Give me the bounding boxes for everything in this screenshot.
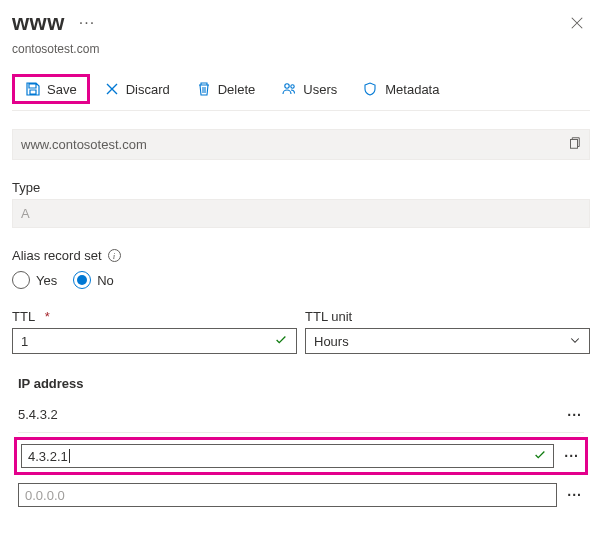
svg-point-1 (291, 85, 294, 88)
ttl-input[interactable]: 1 (12, 328, 297, 354)
record-set-panel: www ··· contosotest.com Save Discard Del… (0, 0, 602, 541)
ip-input[interactable]: 4.3.2.1 (21, 444, 554, 468)
discard-label: Discard (126, 82, 170, 97)
users-button[interactable]: Users (269, 75, 349, 103)
save-icon (25, 81, 41, 97)
copy-fqdn-button[interactable] (567, 136, 581, 153)
users-icon (281, 81, 297, 97)
title-group: www ··· (12, 10, 99, 36)
radio-circle-icon (12, 271, 30, 289)
discard-icon (104, 81, 120, 97)
check-icon (533, 448, 547, 465)
fqdn-value: www.contosotest.com (21, 137, 147, 152)
alias-radio-group: Yes No (12, 271, 590, 289)
alias-yes-label: Yes (36, 273, 57, 288)
ttl-unit-col: TTL unit Hours (305, 309, 590, 354)
record-title: www (12, 10, 65, 36)
close-button[interactable] (564, 10, 590, 40)
ttl-label: TTL * (12, 309, 297, 324)
panel-header: www ··· (12, 10, 590, 40)
save-button[interactable]: Save (12, 74, 90, 104)
ttl-col: TTL * 1 (12, 309, 297, 354)
command-bar: Save Discard Delete Users Metadata (12, 74, 590, 111)
alias-yes-radio[interactable]: Yes (12, 271, 57, 289)
ip-row-editing: 4.3.2.1 ··· (14, 437, 588, 475)
ip-header: IP address (18, 376, 584, 391)
row-menu-button[interactable]: ··· (562, 448, 581, 464)
alias-no-label: No (97, 273, 114, 288)
chevron-down-icon (569, 334, 581, 349)
row-menu-button[interactable]: ··· (565, 487, 584, 503)
ttl-row: TTL * 1 TTL unit Hours (12, 309, 590, 354)
ttl-unit-select[interactable]: Hours (305, 328, 590, 354)
alias-label-text: Alias record set (12, 248, 102, 263)
save-label: Save (47, 82, 77, 97)
check-icon (274, 333, 288, 350)
type-value: A (12, 199, 590, 228)
fqdn-display: www.contosotest.com (12, 129, 590, 160)
row-menu-button[interactable]: ··· (565, 407, 584, 423)
svg-point-0 (285, 84, 289, 88)
ip-input-placeholder[interactable]: 0.0.0.0 (18, 483, 557, 507)
info-icon[interactable]: i (108, 249, 121, 262)
discard-button[interactable]: Discard (92, 75, 182, 103)
delete-label: Delete (218, 82, 256, 97)
required-asterisk: * (41, 309, 50, 324)
ttl-value: 1 (21, 334, 28, 349)
delete-icon (196, 81, 212, 97)
metadata-icon (363, 81, 379, 97)
more-actions-button[interactable]: ··· (75, 11, 99, 35)
users-label: Users (303, 82, 337, 97)
metadata-button[interactable]: Metadata (351, 75, 451, 103)
ttl-label-text: TTL (12, 309, 35, 324)
alias-label: Alias record set i (12, 248, 590, 263)
alias-no-radio[interactable]: No (73, 271, 114, 289)
delete-button[interactable]: Delete (184, 75, 268, 103)
ip-row-new: 0.0.0.0 ··· (18, 479, 584, 515)
radio-circle-icon (73, 271, 91, 289)
text-cursor (69, 449, 70, 463)
copy-icon (567, 136, 581, 150)
type-label: Type (12, 180, 590, 195)
ttl-unit-value: Hours (314, 334, 349, 349)
ip-address-section: IP address 5.4.3.2 ··· 4.3.2.1 ··· 0.0.0… (12, 376, 590, 515)
metadata-label: Metadata (385, 82, 439, 97)
ttl-unit-label: TTL unit (305, 309, 590, 324)
ip-input-value: 4.3.2.1 (28, 449, 68, 464)
zone-subtitle: contosotest.com (12, 42, 590, 56)
ip-value: 5.4.3.2 (18, 405, 557, 424)
ip-placeholder-value: 0.0.0.0 (25, 488, 65, 503)
ip-row: 5.4.3.2 ··· (18, 401, 584, 433)
svg-rect-2 (571, 140, 578, 149)
close-icon (570, 16, 584, 30)
